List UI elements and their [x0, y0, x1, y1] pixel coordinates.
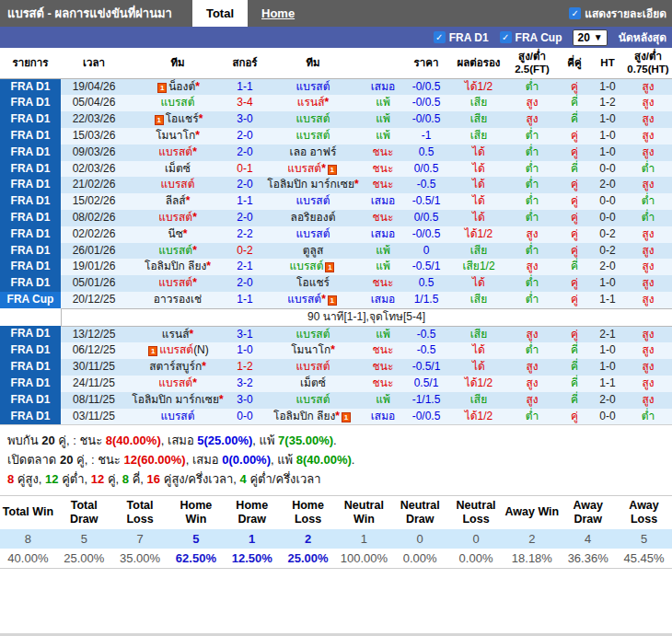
- checkbox-checked-icon: ✓: [434, 31, 446, 43]
- match-row: FRA D108/11/25โอลิมปิก มาร์กเซย*3-0แบรสต…: [0, 392, 672, 409]
- league-badge: FRA D1: [0, 78, 61, 95]
- summary-segment: คู่, : ชนะ: [55, 434, 106, 447]
- ou-2-5-value: ต่ำ: [526, 129, 539, 142]
- ft-result: ชนะ: [365, 210, 401, 226]
- handicap-price: -0.5/1: [401, 359, 451, 376]
- ou-2-5-value: ต่ำ: [526, 244, 539, 257]
- ou-0-75-ht: สูง: [624, 259, 672, 275]
- stat-column-header: Neutral Loss: [448, 495, 504, 529]
- handicap-price: 0.5/1: [401, 376, 451, 392]
- ou-2-5-ft: ต่ำ: [506, 78, 558, 95]
- match-date: 24/11/25: [61, 376, 127, 392]
- team-name: แบรสต์: [290, 260, 324, 272]
- ft-score: 3-2: [228, 376, 261, 392]
- stat-count: 0: [392, 529, 448, 549]
- red-card-icon: 1: [325, 262, 334, 272]
- filter-fra-cup-checkbox[interactable]: ✓ FRA Cup: [500, 31, 562, 44]
- handicap-result-value: ได้: [472, 343, 485, 356]
- ft-score: 2-1: [228, 259, 261, 275]
- ft-result: ชนะ: [365, 376, 401, 392]
- team-name: แบรสต์: [158, 376, 192, 389]
- match-count-select[interactable]: 20 ▼: [573, 29, 607, 46]
- handicap-price: -0.5: [401, 177, 451, 193]
- ou-2-5-ft: สูง: [506, 326, 558, 342]
- match-date: 15/03/26: [61, 128, 127, 145]
- league-badge: FRA D1: [0, 226, 61, 243]
- stat-percent: 45.45%: [616, 549, 672, 569]
- summary-segment: 16: [147, 472, 160, 486]
- summary-segment: คู่สูง/ครึ่งเวลา,: [160, 472, 239, 486]
- away-team: แบรสต์: [261, 78, 365, 95]
- ht-score: 0-0: [591, 193, 624, 210]
- handicap-result: ได้1/2: [451, 376, 506, 392]
- match-row: FRA D109/03/26แบรสต์*2-0เลอ อาฟร์ชนะ0.5ไ…: [0, 145, 672, 161]
- home-team: สตาร์สบูร์ก*: [127, 359, 228, 376]
- summary-segment: , เสมอ: [186, 453, 223, 467]
- filter-fra-d1-checkbox[interactable]: ✓ FRA D1: [434, 31, 489, 44]
- handicap-result-value: เสีย: [470, 293, 487, 306]
- summary-segment: คู่สูง,: [14, 472, 45, 486]
- league-badge: FRA D1: [0, 145, 61, 161]
- ft-result: ชนะ: [365, 275, 401, 292]
- ou-0-75-value: สูง: [642, 96, 654, 109]
- score-value: 3-0: [237, 112, 252, 125]
- tab-home[interactable]: Home: [248, 0, 308, 27]
- summary-segment: 12(60.00%): [123, 453, 185, 467]
- team-name: แบรสต์: [158, 244, 192, 257]
- ou-0-75-ht: สูง: [624, 376, 672, 392]
- star-marker: *: [192, 211, 197, 224]
- red-card-icon: 1: [328, 165, 337, 175]
- odd-even-value: คู่: [571, 145, 578, 158]
- odd-even: คี่: [558, 111, 591, 128]
- show-details-toggle[interactable]: ✓ แสดงรายละเอียด: [569, 5, 672, 22]
- stat-percent: 36.36%: [560, 549, 616, 569]
- summary-segment: คู่, : ชนะ: [73, 453, 123, 467]
- ht-score: 1-0: [591, 111, 624, 128]
- result-value: ชนะ: [373, 212, 394, 224]
- match-date: 19/01/26: [61, 259, 127, 275]
- home-team: อาวรองเช่: [127, 292, 228, 308]
- away-team: โอลิมปิก ลียง*1: [261, 409, 365, 425]
- match-count-value: 20: [577, 31, 589, 44]
- handicap-result: เสีย: [451, 128, 506, 145]
- ou-2-5-ft: ต่ำ: [506, 177, 558, 193]
- ft-result: เสมอ: [365, 78, 401, 95]
- handicap-price: -0.5/1: [401, 193, 451, 210]
- odd-even: คู่: [558, 326, 591, 342]
- match-row: FRA D122/03/261โอแชร์*3-0แบรสต์แพ้-0/0.5…: [0, 111, 672, 128]
- ft-result: แพ้: [365, 128, 401, 145]
- tab-total[interactable]: Total: [192, 0, 248, 27]
- match-date: 15/02/26: [61, 193, 127, 210]
- odd-even: คู่: [558, 409, 591, 425]
- stat-percent: 25.00%: [56, 549, 112, 569]
- result-value: เสมอ: [371, 294, 396, 306]
- score-value: 3-4: [237, 96, 252, 109]
- summary-segment: .: [352, 453, 355, 467]
- score-value: 2-1: [237, 260, 252, 272]
- home-team: แบรสต์*: [127, 145, 228, 161]
- team-name: โอลิมปิก ลียง: [273, 410, 335, 422]
- ou-2-5-ft: ต่ำ: [506, 128, 558, 145]
- handicap-result-value: เสีย: [470, 112, 487, 125]
- ft-score: 2-0: [228, 128, 261, 145]
- column-header: คี่คู่: [558, 48, 591, 78]
- odd-even-value: คู่: [571, 328, 578, 341]
- stat-percent: 18.18%: [504, 549, 560, 569]
- home-team: แบรสต์*: [127, 210, 228, 226]
- handicap-result: ได้: [451, 359, 506, 376]
- stat-column-header: Total Loss: [112, 495, 168, 529]
- ou-0-75-ht: สูง: [624, 128, 672, 145]
- ou-2-5-ft: สูง: [506, 95, 558, 111]
- ft-result: เสมอ: [365, 226, 401, 243]
- handicap-result-value: ได้: [472, 162, 485, 175]
- ou-2-5-ft: ต่ำ: [506, 275, 558, 292]
- star-marker: *: [192, 276, 197, 289]
- ft-score: 0-0: [228, 409, 261, 425]
- handicap-price: 0/0.5: [401, 210, 451, 226]
- stat-count: 1: [224, 529, 280, 549]
- match-row: FRA D115/02/26ลีลส์*1-1แบรสต์เสมอ-0.5/1ไ…: [0, 193, 672, 210]
- result-value: แพ้: [376, 260, 390, 272]
- league-badge: FRA D1: [0, 376, 61, 392]
- ou-2-5-value: สูง: [526, 393, 538, 406]
- score-value: 3-0: [237, 393, 252, 406]
